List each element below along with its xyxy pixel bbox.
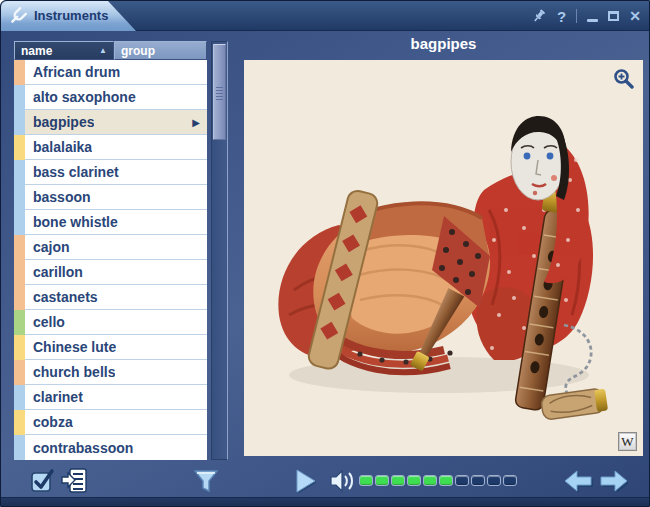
play-button[interactable] (289, 466, 319, 496)
list-item-label: castanets (25, 289, 98, 305)
volume-segment (375, 475, 389, 486)
filter-funnel-button[interactable] (193, 468, 219, 494)
controls-separator (576, 9, 577, 23)
list-item[interactable]: bass clarinet (14, 160, 207, 185)
list-item[interactable]: balalaika (14, 135, 207, 160)
list-item[interactable]: castanets (14, 285, 207, 310)
zoom-in-icon[interactable] (613, 68, 634, 89)
window-title: Instruments (34, 8, 108, 24)
list-item[interactable]: bassoon (14, 185, 207, 210)
volume-segment (439, 475, 453, 486)
list-body: African drum alto saxophone bagpipes ▶ b… (14, 60, 207, 460)
list-item-label: church bells (25, 364, 115, 380)
list-item-label: African drum (25, 64, 120, 80)
maximize-button[interactable] (608, 11, 619, 21)
column-header-group[interactable]: group (114, 41, 207, 60)
list-item-label: bagpipes (25, 114, 94, 130)
help-button[interactable]: ? (557, 9, 566, 24)
group-color-stripe (14, 260, 25, 285)
list-item[interactable]: carillon (14, 260, 207, 285)
group-color-stripe (14, 435, 25, 460)
detail-pane-title: bagpipes (244, 35, 643, 57)
list-item[interactable]: African drum (14, 60, 207, 85)
list-item-label: contrabassoon (25, 440, 133, 456)
list-item[interactable]: alto saxophone (14, 85, 207, 110)
list-item[interactable]: contrabassoon (14, 435, 207, 460)
volume-segment (471, 475, 485, 486)
volume-slider[interactable] (359, 473, 517, 488)
list-item-label: bassoon (25, 189, 91, 205)
list-item[interactable]: bagpipes ▶ (14, 110, 207, 135)
title-tab: Instruments (1, 1, 137, 31)
group-color-stripe (14, 135, 25, 160)
group-color-stripe (14, 160, 25, 185)
selected-arrow-icon: ▶ (192, 117, 200, 128)
volume-segment (503, 475, 517, 486)
wikipedia-button[interactable]: W (618, 432, 637, 451)
bagpipes-illustration (244, 60, 643, 456)
list-item[interactable]: cello (14, 310, 207, 335)
volume-segment (391, 475, 405, 486)
close-button[interactable]: ✕ (629, 9, 641, 23)
group-color-stripe (14, 285, 25, 310)
list-scrollbar[interactable] (211, 41, 228, 460)
list-item-label: cobza (25, 414, 73, 430)
list-item-label: cello (25, 314, 65, 330)
list-item-label: bass clarinet (25, 164, 119, 180)
list-item[interactable]: cajon (14, 235, 207, 260)
status-strip (1, 497, 650, 506)
previous-button[interactable] (561, 468, 595, 494)
list-item-label: balalaika (25, 139, 92, 155)
scrollbar-thumb[interactable] (213, 44, 226, 140)
list-item[interactable]: church bells (14, 360, 207, 385)
next-button[interactable] (599, 468, 633, 494)
volume-segment (487, 475, 501, 486)
window-controls: ? ✕ (531, 1, 641, 31)
image-area: W (244, 60, 643, 456)
group-color-stripe (14, 60, 25, 85)
group-color-stripe (14, 360, 25, 385)
tuning-fork-icon (9, 7, 27, 25)
group-color-stripe (14, 335, 25, 360)
group-color-stripe (14, 85, 25, 110)
scrollbar-grip (216, 87, 223, 100)
list-item[interactable]: Chinese lute (14, 335, 207, 360)
group-color-stripe (14, 110, 25, 135)
minimize-button[interactable] (587, 19, 598, 22)
list-item-label: carillon (25, 264, 83, 280)
group-color-stripe (14, 235, 25, 260)
group-color-stripe (14, 410, 25, 435)
volume-segment (359, 475, 373, 486)
group-color-stripe (14, 385, 25, 410)
group-color-stripe (14, 210, 25, 235)
list-item-label: Chinese lute (25, 339, 116, 355)
pushpin-icon[interactable] (531, 8, 547, 24)
check-list-button[interactable] (29, 467, 56, 494)
volume-segment (407, 475, 421, 486)
instrument-list-panel: name ▲ group African drum alto saxophone… (14, 41, 207, 460)
list-item[interactable]: clarinet (14, 385, 207, 410)
group-color-stripe (14, 185, 25, 210)
list-item[interactable]: cobza (14, 410, 207, 435)
speaker-icon[interactable] (329, 469, 355, 493)
list-item-label: bone whistle (25, 214, 118, 230)
sort-ascending-icon: ▲ (99, 46, 107, 55)
titlebar[interactable]: Instruments ? ✕ (1, 1, 649, 31)
list-item-label: alto saxophone (25, 89, 136, 105)
column-header-name[interactable]: name ▲ (14, 41, 114, 60)
volume-segment (423, 475, 437, 486)
list-item[interactable]: bone whistle (14, 210, 207, 235)
app-window: Instruments ? ✕ name ▲ gr (0, 0, 650, 507)
list-item-label: cajon (25, 239, 70, 255)
list-header: name ▲ group (14, 41, 207, 60)
volume-segment (455, 475, 469, 486)
toolbar (1, 460, 650, 499)
list-item-label: clarinet (25, 389, 83, 405)
goto-list-entry-button[interactable] (61, 467, 88, 494)
group-color-stripe (14, 310, 25, 335)
